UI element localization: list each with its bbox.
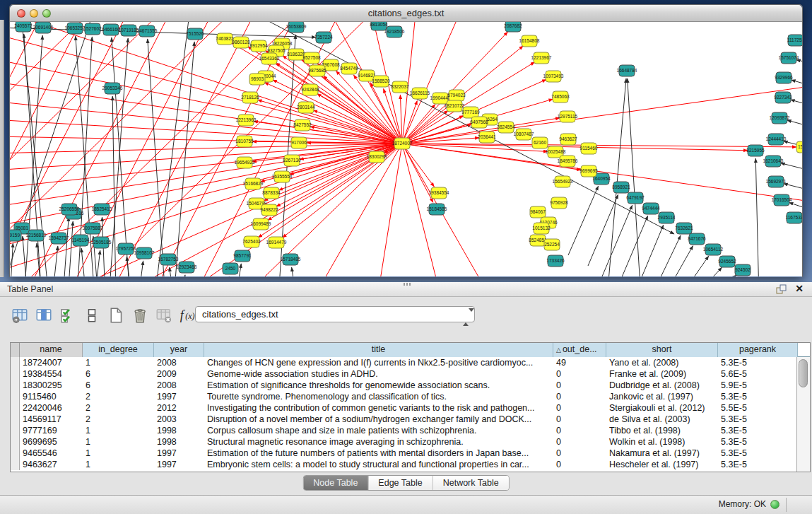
column-header-out_degree[interactable]: △out_de... xyxy=(553,343,606,357)
graph-node[interactable]: 8427552 xyxy=(293,119,312,131)
graph-node[interactable]: 9857791 xyxy=(233,250,252,262)
graph-node[interactable]: 17016504 xyxy=(772,194,792,206)
graph-edge-black[interactable] xyxy=(651,235,681,276)
cell-title[interactable]: Embryonic stem cells: a model to study s… xyxy=(204,459,553,470)
graph-edge-black[interactable] xyxy=(568,186,599,255)
cell-out_degree[interactable]: 0 xyxy=(553,402,606,414)
graph-node[interactable]: 7463822 xyxy=(216,33,234,45)
cell-out_degree[interactable]: 0 xyxy=(553,368,606,380)
cell-out_degree[interactable]: 0 xyxy=(553,459,606,470)
graph-node[interactable]: 1527602 xyxy=(83,23,102,35)
graph-node[interactable]: 10719185 xyxy=(119,25,139,36)
cell-title[interactable]: Genome-wide association studies in ADHD. xyxy=(204,368,553,380)
graph-node[interactable]: 7485063 xyxy=(551,91,570,103)
graph-node[interactable]: 1117253 xyxy=(787,35,802,46)
cell-out_degree[interactable]: 49 xyxy=(553,357,606,368)
graph-node[interactable]: 62160 xyxy=(532,137,548,148)
graph-edge-black[interactable] xyxy=(139,261,143,276)
graph-edge-black[interactable] xyxy=(52,246,58,276)
cell-pagerank[interactable]: 5.3E-5 xyxy=(718,425,798,436)
graph-node[interactable]: 6466160 xyxy=(102,24,120,35)
graph-node[interactable]: 8267130 xyxy=(283,155,301,166)
table-row[interactable]: 969969511998Structural magnetic resonanc… xyxy=(11,436,798,448)
cell-title[interactable]: Disruption of a novel member of a sodium… xyxy=(204,414,553,425)
graph-node[interactable]: 9227343 xyxy=(774,92,792,103)
graph-edge-black[interactable] xyxy=(789,202,802,211)
row-gutter[interactable] xyxy=(11,436,20,448)
graph-node[interactable]: 25206550 xyxy=(59,204,80,215)
graph-edge-black[interactable] xyxy=(602,205,632,276)
graph-node[interactable]: 18724007 xyxy=(392,138,413,149)
cell-name[interactable]: 9699695 xyxy=(20,436,83,448)
graph-node[interactable]: 12923468 xyxy=(177,262,197,273)
graph-edge-red[interactable] xyxy=(276,63,402,144)
cell-year[interactable]: 2008 xyxy=(154,380,204,391)
cell-in_degree[interactable]: 1 xyxy=(83,425,154,436)
cell-out_degree[interactable]: 0 xyxy=(553,448,606,459)
cell-title[interactable]: Changes of HCN gene expression and I(f) … xyxy=(204,357,553,368)
graph-node[interactable]: 1145194 xyxy=(72,235,90,246)
table-row[interactable]: 2242004622012Investigating the contribut… xyxy=(11,402,798,414)
graph-node[interactable]: 16154808 xyxy=(519,35,540,47)
graph-edge-black[interactable] xyxy=(618,216,648,276)
delete-table-button[interactable] xyxy=(154,305,175,325)
graph-node[interactable]: 9756928 xyxy=(550,197,568,209)
row-gutter[interactable] xyxy=(11,448,20,459)
cell-short[interactable]: Franke et al. (2009) xyxy=(606,368,718,380)
graph-edge-black[interactable] xyxy=(796,60,802,64)
cell-name[interactable]: 9777169 xyxy=(20,425,83,436)
row-gutter[interactable] xyxy=(11,368,20,380)
cell-name[interactable]: 18724007 xyxy=(20,357,83,368)
graph-node[interactable]: 9527508 xyxy=(302,52,321,64)
column-header-year[interactable]: year xyxy=(154,343,204,357)
stacked-rows-button[interactable] xyxy=(82,305,103,325)
cell-in_degree[interactable]: 2 xyxy=(83,414,154,425)
graph-node[interactable]: 16782753 xyxy=(158,254,179,265)
graph-edge-black[interactable] xyxy=(694,267,722,276)
graph-node[interactable]: 7625402 xyxy=(242,236,261,247)
graph-node[interactable]: 98903 xyxy=(249,74,265,85)
cell-name[interactable]: 18300295 xyxy=(20,380,83,391)
table-select-dropdown[interactable]: citations_edges.txt xyxy=(195,306,475,322)
cell-pagerank[interactable]: 5.3E-5 xyxy=(718,391,798,402)
graph-node[interactable]: 12156819 xyxy=(26,230,47,241)
row-gutter[interactable] xyxy=(11,357,20,368)
graph-node[interactable]: 29053346 xyxy=(102,83,123,94)
graph-edge-black[interactable] xyxy=(792,80,802,87)
graph-node[interactable]: 16210643 xyxy=(763,156,784,167)
table-row[interactable]: 977716911998Corpus callosum shape and si… xyxy=(11,425,798,436)
cell-pagerank[interactable]: 5.3E-5 xyxy=(718,357,798,368)
cell-out_degree[interactable]: 0 xyxy=(553,414,606,425)
graph-node[interactable]: 16543362 xyxy=(259,53,280,64)
cell-title[interactable]: Structural magnetic resonance image aver… xyxy=(204,436,553,448)
cell-year[interactable]: 1998 xyxy=(154,436,204,448)
cell-name[interactable]: 9465546 xyxy=(20,448,83,459)
graph-node[interactable]: 16914479 xyxy=(266,237,287,248)
graph-node[interactable]: 15654923 xyxy=(553,176,573,187)
graph-node[interactable]: 2935114 xyxy=(658,212,676,223)
graph-edge-red[interactable] xyxy=(258,100,402,144)
graph-node[interactable]: 1588520 xyxy=(372,76,390,87)
graph-node[interactable]: 2405572 xyxy=(14,22,33,32)
cell-name[interactable]: 9463627 xyxy=(20,459,83,470)
graph-node[interactable]: 8958921 xyxy=(612,182,630,193)
table-row[interactable]: 1872400712008Changes of HCN gene express… xyxy=(11,357,798,368)
table-row[interactable]: 911546021997Tourette syndrome. Phenomeno… xyxy=(11,391,798,402)
graph-node[interactable]: 9245652 xyxy=(718,256,736,267)
column-header-name[interactable]: name xyxy=(20,343,83,357)
cell-in_degree[interactable]: 1 xyxy=(83,448,154,459)
cell-pagerank[interactable]: 5.5E-5 xyxy=(718,402,798,414)
row-gutter[interactable] xyxy=(11,402,20,414)
window-titlebar[interactable]: citations_edges.txt xyxy=(10,5,802,22)
network-canvas[interactable]: 2405572206914061065325715276026466160107… xyxy=(10,22,802,276)
graph-edge-black[interactable] xyxy=(755,158,759,276)
graph-edge-black[interactable] xyxy=(784,184,802,192)
select-rows-button[interactable] xyxy=(58,305,79,325)
column-header-in_degree[interactable]: in_degree xyxy=(83,343,154,357)
graph-node[interactable]: 6479197 xyxy=(626,192,645,204)
graph-edge-black[interactable] xyxy=(680,256,709,276)
graph-node[interactable]: 9115460 xyxy=(580,143,598,154)
graph-node[interactable]: 924502 xyxy=(735,264,751,276)
graph-node[interactable]: 2036441 xyxy=(478,132,496,143)
cell-name[interactable]: 14569117 xyxy=(20,414,83,425)
